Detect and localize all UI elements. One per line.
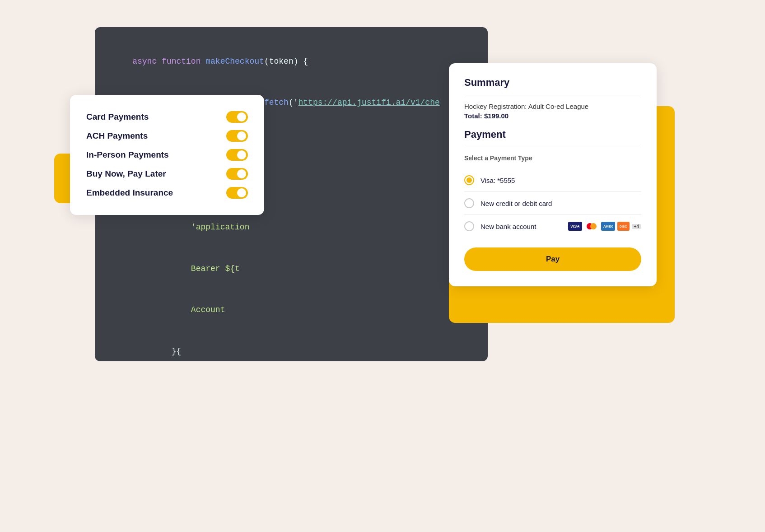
payment-option-visa[interactable]: Visa: *5555	[464, 169, 641, 192]
payment-option-bank[interactable]: New bank account VISA AMEX DISC +4	[464, 215, 641, 238]
code-line: }{	[113, 331, 470, 361]
toggle-track-bnpl	[226, 168, 248, 180]
summary-total: Total: $199.00	[464, 112, 641, 120]
radio-bank[interactable]	[464, 221, 474, 231]
amex-logo: AMEX	[601, 222, 615, 231]
card-logos: VISA AMEX DISC +4	[568, 222, 641, 231]
payment-option-visa-label: Visa: *5555	[480, 177, 641, 184]
payment-title: Payment	[464, 129, 641, 140]
radio-new-card[interactable]	[464, 198, 474, 208]
discover-logo: DISC	[617, 222, 630, 231]
toggle-thumb-bnpl	[237, 169, 246, 178]
toggle-ach-payments[interactable]	[226, 130, 248, 142]
payment-panel: Summary Hockey Registration: Adult Co-ed…	[449, 63, 657, 286]
toggle-in-person[interactable]	[226, 149, 248, 161]
toggle-track-card-payments	[226, 111, 248, 123]
radio-visa[interactable]	[464, 175, 474, 185]
visa-logo: VISA	[568, 222, 582, 231]
toggle-thumb-ach-payments	[237, 131, 246, 140]
toggle-insurance[interactable]	[226, 187, 248, 199]
feature-row-bnpl: Buy Now, Pay Later	[86, 164, 248, 183]
payment-option-new-card[interactable]: New credit or debit card	[464, 192, 641, 215]
summary-title: Summary	[464, 77, 641, 89]
mastercard-logo	[584, 222, 599, 231]
select-payment-label: Select a Payment Type	[464, 154, 641, 162]
code-line: Account	[113, 289, 470, 331]
payment-divider	[464, 147, 641, 147]
feature-row-insurance: Embedded Insurance	[86, 183, 248, 202]
feature-label-ach-payments: ACH Payments	[86, 131, 148, 141]
feature-row-in-person: In-Person Payments	[86, 145, 248, 164]
toggle-card-payments[interactable]	[226, 111, 248, 123]
feature-row-ach-payments: ACH Payments	[86, 126, 248, 145]
feature-label-bnpl: Buy Now, Pay Later	[86, 169, 166, 179]
payment-option-new-card-label: New credit or debit card	[480, 200, 641, 207]
toggle-track-ach-payments	[226, 130, 248, 142]
pay-button[interactable]: Pay	[464, 247, 641, 271]
toggle-thumb-card-payments	[237, 112, 246, 121]
radio-visa-inner	[466, 177, 472, 183]
feature-label-card-payments: Card Payments	[86, 112, 149, 122]
more-cards-badge: +4	[632, 224, 641, 229]
features-panel: Card Payments ACH Payments In-Person Pay…	[70, 95, 264, 215]
payment-option-bank-label: New bank account	[480, 223, 562, 230]
feature-label-in-person: In-Person Payments	[86, 150, 169, 160]
toggle-thumb-in-person	[237, 150, 246, 159]
feature-label-insurance: Embedded Insurance	[86, 188, 173, 198]
feature-row-card-payments: Card Payments	[86, 107, 248, 126]
toggle-bnpl[interactable]	[226, 168, 248, 180]
summary-description: Hockey Registration: Adult Co-ed League	[464, 103, 641, 110]
toggle-track-insurance	[226, 187, 248, 199]
code-line: async function makeCheckout(token) {	[113, 41, 470, 82]
summary-divider	[464, 95, 641, 95]
toggle-track-in-person	[226, 149, 248, 161]
code-line: Bearer ${t	[113, 248, 470, 289]
toggle-thumb-insurance	[237, 188, 246, 197]
